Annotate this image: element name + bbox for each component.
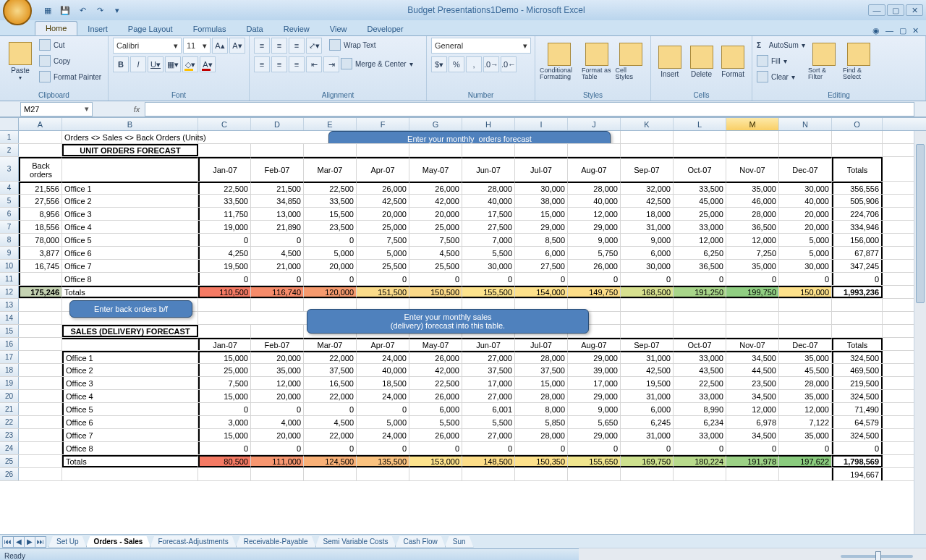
cell[interactable] bbox=[832, 131, 883, 143]
cell[interactable]: 8,990 bbox=[674, 403, 726, 415]
cell[interactable]: Office 4 bbox=[62, 221, 198, 233]
cell[interactable] bbox=[832, 312, 883, 324]
orientation-button[interactable]: ⤢▾ bbox=[306, 38, 322, 54]
cell[interactable] bbox=[357, 144, 409, 156]
row-header[interactable]: 14 bbox=[0, 312, 19, 324]
clear-button[interactable]: Clear▾ bbox=[757, 69, 805, 84]
cell[interactable]: 25,000 bbox=[357, 221, 409, 233]
cell[interactable]: 30,000 bbox=[462, 260, 515, 272]
wrap-text-button[interactable]: Wrap Text bbox=[329, 38, 376, 52]
tab-page-layout[interactable]: Page Layout bbox=[118, 22, 183, 35]
conditional-formatting-button[interactable]: Conditional Formatting bbox=[540, 38, 579, 85]
cell[interactable] bbox=[304, 468, 357, 480]
cell[interactable] bbox=[621, 299, 674, 311]
cut-button[interactable]: Cut bbox=[39, 38, 101, 52]
cell[interactable]: 191,978 bbox=[726, 455, 779, 467]
cell[interactable] bbox=[19, 338, 62, 350]
formula-input[interactable] bbox=[145, 102, 914, 116]
accounting-button[interactable]: $▾ bbox=[431, 56, 447, 72]
cell[interactable]: 37,500 bbox=[304, 364, 357, 376]
cell[interactable]: 8,956 bbox=[19, 208, 62, 220]
cell[interactable]: 33,500 bbox=[674, 182, 726, 194]
cell[interactable]: 151,500 bbox=[357, 286, 409, 298]
cell[interactable]: 0 bbox=[304, 234, 357, 246]
cell[interactable]: 6,250 bbox=[674, 247, 726, 259]
cell[interactable]: Office 8 bbox=[62, 273, 198, 285]
align-center-button[interactable]: ≡ bbox=[271, 56, 287, 72]
row-header[interactable]: 6 bbox=[0, 208, 19, 220]
cell[interactable]: 33,500 bbox=[198, 195, 251, 207]
cell[interactable]: Jul-07 bbox=[515, 157, 568, 181]
row-header[interactable]: 2 bbox=[0, 144, 19, 156]
cell[interactable]: 30,000 bbox=[779, 260, 832, 272]
sheet-tab[interactable]: Set Up bbox=[48, 536, 87, 548]
cell[interactable]: 43,500 bbox=[674, 364, 726, 376]
cell[interactable]: 148,500 bbox=[462, 455, 515, 467]
sheet-tab[interactable]: Orders - Sales bbox=[86, 536, 151, 548]
cell[interactable]: 6,001 bbox=[462, 403, 515, 415]
copy-button[interactable]: Copy bbox=[39, 54, 101, 68]
cell[interactable]: 26,000 bbox=[409, 390, 462, 402]
cell[interactable]: 0 bbox=[568, 273, 621, 285]
cell[interactable]: 0 bbox=[251, 273, 304, 285]
cell[interactable]: 35,000 bbox=[726, 260, 779, 272]
row-header[interactable]: 3 bbox=[0, 157, 19, 181]
cell[interactable]: 28,000 bbox=[726, 208, 779, 220]
tab-insert[interactable]: Insert bbox=[77, 22, 118, 35]
cell[interactable]: 24,000 bbox=[357, 351, 409, 363]
cell[interactable] bbox=[674, 131, 726, 143]
cell[interactable] bbox=[726, 144, 779, 156]
cell[interactable]: 5,500 bbox=[462, 247, 515, 259]
cell[interactable]: 35,000 bbox=[779, 429, 832, 441]
cell[interactable]: 5,000 bbox=[357, 416, 409, 428]
cell[interactable]: Oct-07 bbox=[674, 338, 726, 350]
cell[interactable]: 6,000 bbox=[515, 247, 568, 259]
find-select-button[interactable]: Find & Select bbox=[843, 38, 875, 85]
col-header-D[interactable]: D bbox=[251, 118, 304, 130]
row-header[interactable]: 16 bbox=[0, 338, 19, 350]
minimize-button[interactable]: — bbox=[868, 4, 885, 16]
cell[interactable]: 40,000 bbox=[462, 195, 515, 207]
mdi-minimize-icon[interactable]: — bbox=[885, 26, 893, 35]
sheet-tab[interactable]: Sun bbox=[445, 536, 474, 548]
tab-view[interactable]: View bbox=[320, 22, 357, 35]
cell[interactable]: 24,000 bbox=[357, 390, 409, 402]
row-header[interactable]: 18 bbox=[0, 364, 19, 376]
cell[interactable]: 42,500 bbox=[621, 195, 674, 207]
cell[interactable]: 27,000 bbox=[462, 351, 515, 363]
cell[interactable]: 5,000 bbox=[779, 234, 832, 246]
cell[interactable]: Apr-07 bbox=[357, 157, 409, 181]
cell[interactable]: 15,000 bbox=[198, 390, 251, 402]
cell[interactable] bbox=[621, 325, 674, 337]
cell[interactable] bbox=[19, 390, 62, 402]
cell[interactable]: Totals bbox=[832, 338, 883, 350]
align-left-button[interactable]: ≡ bbox=[254, 56, 270, 72]
fx-icon[interactable]: fx bbox=[129, 105, 145, 114]
cell[interactable]: 7,000 bbox=[462, 234, 515, 246]
cell[interactable] bbox=[19, 131, 62, 143]
prev-sheet-button[interactable]: ◀ bbox=[13, 536, 25, 548]
cell[interactable]: 27,500 bbox=[462, 221, 515, 233]
cell[interactable]: 15,000 bbox=[515, 208, 568, 220]
cell[interactable]: 27,000 bbox=[462, 429, 515, 441]
cell[interactable]: Aug-07 bbox=[568, 338, 621, 350]
cell[interactable]: 44,500 bbox=[726, 364, 779, 376]
fill-button[interactable]: Fill▾ bbox=[757, 54, 805, 68]
align-middle-button[interactable]: ≡ bbox=[271, 38, 287, 54]
cell[interactable]: Office 1 bbox=[62, 351, 198, 363]
cell[interactable] bbox=[462, 144, 515, 156]
increase-indent-button[interactable]: ⇥ bbox=[323, 56, 339, 72]
cell[interactable] bbox=[19, 299, 62, 311]
cell[interactable]: 0 bbox=[251, 234, 304, 246]
first-sheet-button[interactable]: ⏮ bbox=[2, 536, 14, 548]
cell[interactable]: 32,000 bbox=[621, 182, 674, 194]
cell[interactable]: 197,622 bbox=[779, 455, 832, 467]
cell[interactable] bbox=[832, 325, 883, 337]
cell[interactable]: 0 bbox=[304, 273, 357, 285]
cell[interactable]: 175,246 bbox=[19, 286, 62, 298]
cell[interactable]: 149,750 bbox=[568, 286, 621, 298]
cell[interactable] bbox=[674, 325, 726, 337]
cell[interactable]: 0 bbox=[568, 442, 621, 454]
cell[interactable]: Office 3 bbox=[62, 208, 198, 220]
cell[interactable] bbox=[198, 325, 251, 337]
